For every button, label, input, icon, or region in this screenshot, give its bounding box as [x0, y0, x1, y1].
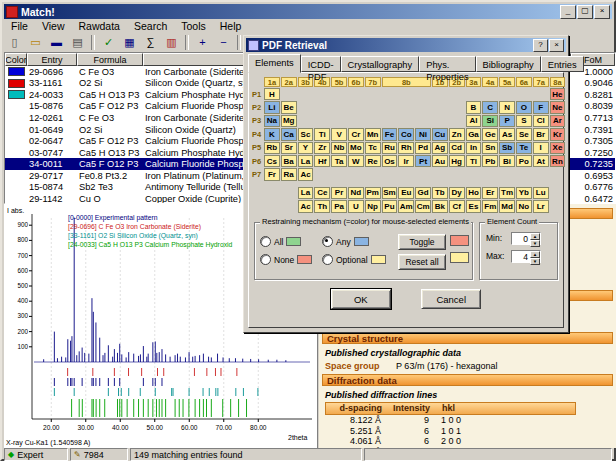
menu-item-search[interactable]: Search	[127, 20, 174, 32]
element-b[interactable]: B	[466, 101, 482, 113]
element-pm[interactable]: Pm	[365, 187, 381, 199]
element-tc[interactable]: Tc	[365, 142, 381, 154]
toolbar-candidate-list-button[interactable]: ▦	[119, 33, 140, 52]
element-ni[interactable]: Ni	[415, 128, 431, 140]
toggle-button[interactable]: Toggle	[398, 234, 446, 250]
column-header-entry[interactable]: Entry	[27, 53, 77, 66]
element-na[interactable]: Na	[264, 115, 280, 127]
element-am[interactable]: Am	[398, 200, 414, 212]
radio-any[interactable]: Any	[322, 236, 394, 247]
element-tb[interactable]: Tb	[432, 187, 448, 199]
element-cu[interactable]: Cu	[432, 128, 448, 140]
element-co[interactable]: Co	[398, 128, 414, 140]
element-hg[interactable]: Hg	[449, 155, 465, 167]
element-fe[interactable]: Fe	[382, 128, 398, 140]
element-cl[interactable]: Cl	[533, 115, 549, 127]
element-rn[interactable]: Rn	[550, 155, 566, 167]
element-u[interactable]: U	[348, 200, 364, 212]
element-th[interactable]: Th	[314, 200, 330, 212]
element-pr[interactable]: Pr	[331, 187, 347, 199]
element-pt[interactable]: Pt	[415, 155, 431, 167]
tab-entries[interactable]: Entries	[541, 56, 584, 72]
element-la[interactable]: La	[298, 155, 314, 167]
element-ce[interactable]: Ce	[314, 187, 330, 199]
element-eu[interactable]: Eu	[398, 187, 414, 199]
element-se[interactable]: Se	[516, 128, 532, 140]
element-dy[interactable]: Dy	[449, 187, 465, 199]
element-k[interactable]: K	[264, 128, 280, 140]
toolbar-pattern-chart-button[interactable]: ▥	[161, 33, 182, 52]
element-s[interactable]: S	[516, 115, 532, 127]
element-lu[interactable]: Lu	[533, 187, 549, 199]
tab-elements[interactable]: Elements	[248, 54, 301, 73]
element-i[interactable]: I	[533, 142, 549, 154]
element-nd[interactable]: Nd	[348, 187, 364, 199]
radio-all[interactable]: All	[260, 236, 322, 247]
element-ne[interactable]: Ne	[550, 101, 566, 113]
element-mn[interactable]: Mn	[365, 128, 381, 140]
element-ge[interactable]: Ge	[482, 128, 498, 140]
menu-item-file[interactable]: File	[4, 20, 35, 32]
element-mo[interactable]: Mo	[348, 142, 364, 154]
radio-none-control[interactable]	[260, 254, 271, 265]
element-yb[interactable]: Yb	[516, 187, 532, 199]
column-header-color[interactable]: Color	[5, 53, 27, 66]
column-header-formula[interactable]: Formula	[77, 53, 143, 66]
element-zr[interactable]: Zr	[314, 142, 330, 154]
radio-optional[interactable]: Optional	[322, 254, 394, 265]
element-f[interactable]: F	[533, 101, 549, 113]
spin-up-icon[interactable]: ▲	[530, 251, 540, 258]
toolbar-zoom-in-button[interactable]: +	[192, 33, 213, 52]
element-si[interactable]: Si	[482, 115, 498, 127]
element-pb[interactable]: Pb	[482, 155, 498, 167]
element-nb[interactable]: Nb	[331, 142, 347, 154]
element-ti[interactable]: Ti	[314, 128, 330, 140]
element-y[interactable]: Y	[298, 142, 314, 154]
max-spinner[interactable]: 4 ▲▼	[511, 250, 541, 263]
element-la[interactable]: La	[298, 187, 314, 199]
element-ac[interactable]: Ac	[298, 200, 314, 212]
element-ca[interactable]: Ca	[281, 128, 297, 140]
tab-icdd-pdf[interactable]: ICDD-PDF	[301, 56, 341, 72]
window-titlebar[interactable]: Match! _ ▢ ×	[4, 4, 612, 19]
element-c[interactable]: C	[482, 101, 498, 113]
toolbar-calculate-button[interactable]: ∑	[140, 33, 161, 52]
element-ho[interactable]: Ho	[466, 187, 482, 199]
element-br[interactable]: Br	[533, 128, 549, 140]
element-sc[interactable]: Sc	[298, 128, 314, 140]
menu-item-rawdata[interactable]: Rawdata	[72, 20, 127, 32]
dialog-help-button[interactable]: ?	[533, 39, 548, 52]
element-po[interactable]: Po	[516, 155, 532, 167]
element-al[interactable]: Al	[466, 115, 482, 127]
element-hf[interactable]: Hf	[314, 155, 330, 167]
element-ag[interactable]: Ag	[432, 142, 448, 154]
element-sb[interactable]: Sb	[499, 142, 515, 154]
element-h[interactable]: H	[264, 88, 280, 100]
element-ba[interactable]: Ba	[281, 155, 297, 167]
toolbar-print-button[interactable]: ▤	[67, 33, 88, 52]
element-at[interactable]: At	[533, 155, 549, 167]
radio-optional-control[interactable]	[322, 254, 333, 265]
element-sm[interactable]: Sm	[382, 187, 398, 199]
element-p[interactable]: P	[499, 115, 515, 127]
radio-any-control[interactable]	[322, 236, 333, 247]
element-cs[interactable]: Cs	[264, 155, 280, 167]
element-rh[interactable]: Rh	[398, 142, 414, 154]
element-cf[interactable]: Cf	[449, 200, 465, 212]
max-spin-buttons[interactable]: ▲▼	[530, 251, 540, 262]
tab-phys-properties[interactable]: Phys. Properties	[419, 56, 475, 72]
toolbar-match-analyze-button[interactable]: ✓	[98, 33, 119, 52]
toolbar-save-button[interactable]: ▬	[46, 33, 67, 52]
element-no[interactable]: No	[516, 200, 532, 212]
element-bk[interactable]: Bk	[432, 200, 448, 212]
tab-bibliography[interactable]: Bibliography	[476, 56, 541, 72]
menu-item-tools[interactable]: Tools	[174, 20, 213, 32]
element-cr[interactable]: Cr	[348, 128, 364, 140]
spin-down-icon[interactable]: ▼	[530, 258, 540, 265]
element-be[interactable]: Be	[281, 101, 297, 113]
element-mg[interactable]: Mg	[281, 115, 297, 127]
min-spinner[interactable]: 0 ▲▼	[511, 232, 541, 245]
close-button[interactable]: ×	[594, 5, 610, 19]
element-sn[interactable]: Sn	[482, 142, 498, 154]
menu-item-help[interactable]: Help	[213, 20, 249, 32]
